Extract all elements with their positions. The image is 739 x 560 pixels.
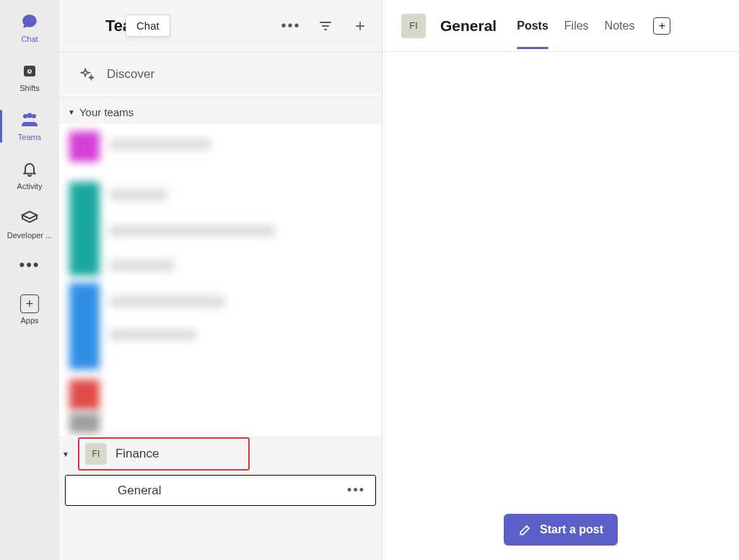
panel-header: Teams ••• + <box>59 0 382 52</box>
add-tab-icon[interactable]: + <box>653 17 670 35</box>
panel-more-icon[interactable]: ••• <box>282 17 299 35</box>
svg-point-3 <box>32 114 36 118</box>
app-rail: Chat Shifts Teams Activity Developer ... <box>0 0 59 560</box>
tab-files[interactable]: Files <box>564 4 589 48</box>
main-content: FI General Posts Files Notes + Start a p… <box>382 0 739 560</box>
tab-posts[interactable]: Posts <box>517 4 548 48</box>
rail-apps[interactable]: + Apps <box>0 289 59 332</box>
rail-activity[interactable]: Activity <box>0 153 59 198</box>
rail-chat-label: Chat <box>21 35 38 43</box>
clock-icon <box>19 61 40 81</box>
tab-notes[interactable]: Notes <box>605 4 635 48</box>
chat-tooltip: Chat <box>126 14 170 37</box>
filter-icon[interactable] <box>317 17 334 35</box>
rail-chat[interactable]: Chat <box>0 6 59 51</box>
compose-icon <box>518 522 533 537</box>
discover-label: Discover <box>107 67 154 82</box>
channel-more-icon[interactable]: ••• <box>347 483 365 498</box>
rail-developer-label: Developer ... <box>7 231 52 240</box>
svg-point-2 <box>23 114 27 118</box>
people-icon <box>19 110 40 130</box>
channel-name: General <box>118 484 161 498</box>
start-post-button[interactable]: Start a post <box>504 514 618 546</box>
team-name: Finance <box>115 447 159 461</box>
team-row-finance[interactable]: FI Finance <box>78 437 250 471</box>
panel-title: Teams <box>72 17 282 35</box>
blurred-teams-list <box>59 124 382 436</box>
bell-icon <box>19 159 40 179</box>
rail-developer[interactable]: Developer ... <box>0 202 59 247</box>
teams-panel: Chat Teams ••• + Discover ▼ Your teams <box>59 0 382 560</box>
sparkle-icon <box>79 66 95 82</box>
rail-apps-label: Apps <box>20 316 38 325</box>
your-teams-header[interactable]: ▼ Your teams <box>59 97 382 124</box>
rail-activity-label: Activity <box>17 182 43 191</box>
rail-shifts[interactable]: Shifts <box>0 55 59 100</box>
channel-avatar: FI <box>401 14 426 38</box>
start-post-label: Start a post <box>540 523 603 536</box>
chevron-down-icon: ▼ <box>68 108 75 116</box>
discover-row[interactable]: Discover <box>59 52 382 97</box>
create-team-icon[interactable]: + <box>351 17 369 35</box>
main-header: FI General Posts Files Notes + <box>382 0 739 52</box>
rail-teams[interactable]: Teams <box>0 104 59 149</box>
channel-row-general[interactable]: General ••• <box>65 475 376 506</box>
posts-area: Start a post <box>382 52 739 560</box>
team-avatar: FI <box>85 443 107 465</box>
chevron-down-icon[interactable]: ▼ <box>62 450 69 458</box>
svg-point-4 <box>27 113 32 118</box>
rail-teams-label: Teams <box>18 133 41 141</box>
your-teams-label: Your teams <box>79 106 134 118</box>
developer-icon <box>19 208 40 228</box>
rail-shifts-label: Shifts <box>19 84 40 92</box>
rail-more[interactable]: ••• <box>19 251 40 284</box>
apps-icon: + <box>20 294 39 313</box>
channel-title: General <box>440 17 497 35</box>
chat-icon <box>19 12 40 32</box>
channel-tabs: Posts Files Notes <box>517 4 634 48</box>
